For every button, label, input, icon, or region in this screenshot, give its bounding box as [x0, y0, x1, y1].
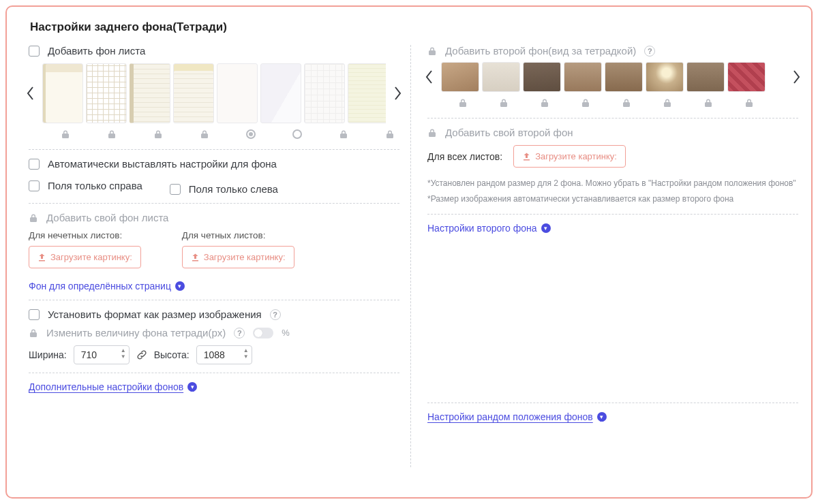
width-label: Ширина: [29, 349, 67, 360]
second-bg-note-1: *Установлен рандом размер для 2 фона. Мо… [427, 177, 798, 190]
odd-sheets-caption: Для нечетных листов: [29, 230, 141, 240]
sheet-bg-thumb[interactable] [130, 63, 170, 123]
lock-icon [622, 98, 631, 108]
for-all-sheets-caption: Для всех листов: [427, 151, 502, 162]
specific-pages-bg-link[interactable]: Фон для определённых страниц ▾ [29, 281, 185, 292]
stepper-icon[interactable]: ▲▼ [243, 348, 249, 360]
auto-settings-checkbox[interactable] [29, 159, 40, 170]
second-bg-thumb[interactable] [686, 62, 725, 92]
even-sheets-caption: Для четных листов: [182, 230, 294, 240]
chevron-down-icon: ▾ [187, 382, 197, 392]
lock-icon [29, 213, 38, 223]
thumb-indicator [90, 127, 134, 141]
sheet-bg-thumb[interactable] [42, 63, 83, 123]
more-bg-settings-link[interactable]: Дополнительные настройки фонов ▾ [29, 381, 197, 392]
second-bg-thumb[interactable] [727, 62, 766, 92]
thumb-indicator [442, 96, 483, 110]
second-bg-thumb[interactable] [523, 62, 561, 92]
thumb-indicator [275, 127, 319, 141]
lock-icon [499, 98, 509, 108]
sheet-bg-indicator-row [44, 127, 399, 141]
sheet-bg-thumb[interactable] [304, 63, 345, 123]
lock-icon [427, 46, 437, 56]
second-bg-thumb[interactable] [482, 62, 520, 92]
second-bg-indicator-row [442, 96, 798, 110]
help-icon[interactable]: ? [270, 309, 281, 320]
thumb-indicator [136, 127, 180, 141]
set-format-label: Установить формат как размер изображения [48, 309, 262, 320]
height-input[interactable]: 1088 ▲▼ [196, 345, 252, 364]
thumb-indicator [524, 96, 565, 110]
carousel-prev-icon[interactable] [422, 63, 437, 91]
thumb-indicator [44, 127, 87, 141]
chevron-down-icon: ▾ [597, 412, 607, 422]
height-label: Высота: [154, 349, 190, 360]
sheet-bg-thumb[interactable] [348, 63, 386, 123]
resize-unit-toggle[interactable] [253, 328, 273, 338]
thumb-indicator [565, 96, 606, 110]
fields-left-checkbox[interactable] [170, 184, 181, 195]
fields-left-label: Поля только слева [189, 183, 278, 195]
stepper-icon[interactable]: ▲▼ [121, 348, 126, 360]
lock-icon [427, 128, 437, 138]
thumb-indicator [647, 96, 688, 110]
lock-icon [385, 129, 395, 139]
panel-title: Настройки заднего фона(Тетради) [12, 7, 806, 45]
width-input[interactable]: 710 ▲▼ [74, 345, 130, 364]
second-bg-thumb[interactable] [564, 62, 602, 92]
random-position-settings-link[interactable]: Настройки рандом положения фонов ▾ [427, 411, 607, 422]
sheet-bg-thumb[interactable] [86, 63, 127, 123]
sheet-bg-carousel [23, 63, 405, 123]
add-sheet-bg-checkbox[interactable] [29, 46, 40, 57]
upload-even-button[interactable]: Загрузите картинку: [182, 246, 294, 268]
lock-icon [581, 98, 590, 108]
help-icon[interactable]: ? [644, 46, 655, 57]
lock-icon [663, 98, 672, 108]
link-dimensions-icon[interactable] [136, 349, 147, 360]
add-second-bg-label: Добавить второй фон(вид за тетрадкой) [445, 45, 636, 57]
chevron-down-icon: ▾ [541, 223, 551, 233]
carousel-next-icon[interactable] [789, 63, 804, 91]
fields-right-label: Поля только справа [48, 180, 142, 191]
sheet-bg-thumb[interactable] [173, 63, 214, 123]
thumb-indicator [483, 96, 524, 110]
add-sheet-bg-label: Добавить фон листа [48, 45, 145, 57]
second-bg-thumb[interactable] [646, 62, 684, 92]
lock-icon [540, 98, 549, 108]
lock-icon [744, 98, 754, 108]
fields-right-checkbox[interactable] [29, 180, 40, 191]
lock-icon [107, 129, 117, 139]
lock-icon [339, 129, 348, 139]
radio-icon[interactable] [292, 129, 302, 139]
carousel-next-icon[interactable] [390, 80, 405, 107]
radio-selected-icon[interactable] [246, 129, 256, 139]
sheet-bg-thumb[interactable] [260, 63, 301, 123]
lock-icon [458, 98, 468, 108]
help-icon[interactable]: ? [234, 328, 245, 338]
upload-second-bg-button[interactable]: Загрузите картинку: [513, 145, 626, 168]
upload-even-label: Загрузите картинку: [204, 252, 286, 262]
thumb-indicator [729, 96, 770, 110]
lock-icon [153, 129, 163, 139]
height-value: 1088 [204, 349, 225, 360]
upload-odd-button[interactable]: Загрузите картинку: [29, 246, 141, 268]
second-bg-note-2: *Размер изображения автоматически устана… [427, 193, 798, 206]
random-position-settings-label: Настройки рандом положения фонов [427, 411, 593, 422]
upload-icon [191, 253, 200, 262]
set-format-checkbox[interactable] [29, 309, 40, 320]
thumb-indicator [606, 96, 647, 110]
lock-icon [61, 129, 70, 139]
add-own-bg-label: Добавить свой фон листа [46, 212, 168, 223]
chevron-down-icon: ▾ [175, 281, 185, 291]
thumb-indicator [368, 127, 412, 141]
upload-icon [522, 152, 531, 161]
second-bg-thumb[interactable] [441, 62, 479, 92]
second-bg-settings-link[interactable]: Настройки второго фона ▾ [427, 223, 551, 234]
second-bg-thumb[interactable] [605, 62, 643, 92]
percent-label: % [282, 328, 290, 338]
lock-icon [703, 98, 713, 108]
thumb-indicator [688, 96, 729, 110]
second-bg-settings-label: Настройки второго фона [427, 223, 537, 234]
sheet-bg-thumb[interactable] [217, 63, 258, 123]
carousel-prev-icon[interactable] [23, 80, 38, 107]
